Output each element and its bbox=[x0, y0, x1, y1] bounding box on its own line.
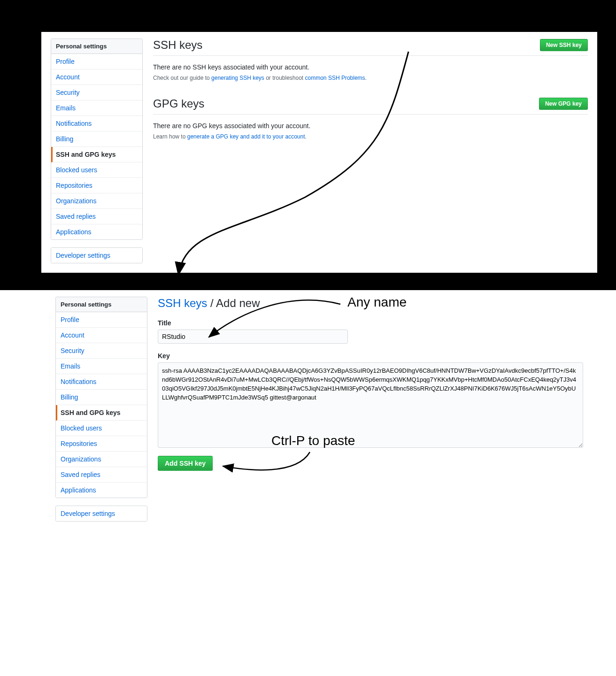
sidebar-item-repositories-b[interactable]: Repositories bbox=[56, 436, 147, 452]
new-ssh-key-button[interactable]: New SSH key bbox=[540, 39, 588, 51]
menu-header-bottom: Personal settings bbox=[56, 297, 147, 312]
sidebar-item-billing-b[interactable]: Billing bbox=[56, 390, 147, 405]
sidebar-item-ssh-gpg-keys-b[interactable]: SSH and GPG keys bbox=[56, 405, 147, 421]
sidebar-item-emails-b[interactable]: Emails bbox=[56, 359, 147, 374]
key-textarea[interactable] bbox=[158, 362, 583, 448]
sidebar-item-repositories[interactable]: Repositories bbox=[51, 178, 142, 193]
ssh-keys-heading: SSH keys bbox=[153, 38, 202, 52]
breadcrumb-ssh-keys-link[interactable]: SSH keys bbox=[158, 297, 207, 309]
ssh-help-text: Check out our guide to generating SSH ke… bbox=[153, 75, 588, 81]
developer-menu: Developer settings bbox=[51, 247, 143, 263]
sidebar-item-ssh-gpg-keys[interactable]: SSH and GPG keys bbox=[51, 147, 142, 162]
sidebar: Personal settings Profile Account Securi… bbox=[51, 38, 143, 263]
sidebar-item-emails[interactable]: Emails bbox=[51, 100, 142, 116]
sidebar-item-profile-b[interactable]: Profile bbox=[56, 312, 147, 328]
sidebar-bottom: Personal settings Profile Account Securi… bbox=[55, 297, 147, 522]
breadcrumb: SSH keys / Add new bbox=[158, 297, 583, 310]
add-ssh-key-button[interactable]: Add SSH key bbox=[158, 456, 213, 471]
gpg-help-text: Learn how to generate a GPG key and add … bbox=[153, 133, 588, 140]
sidebar-item-notifications-b[interactable]: Notifications bbox=[56, 374, 147, 390]
sidebar-item-developer-settings-b[interactable]: Developer settings bbox=[56, 506, 147, 521]
sidebar-item-applications[interactable]: Applications bbox=[51, 224, 142, 239]
title-input[interactable] bbox=[158, 330, 348, 344]
new-gpg-key-button[interactable]: New GPG key bbox=[539, 98, 588, 110]
sidebar-item-organizations-b[interactable]: Organizations bbox=[56, 452, 147, 467]
generate-gpg-key-link[interactable]: generate a GPG key and add it to your ac… bbox=[187, 133, 305, 140]
sidebar-item-saved-replies-b[interactable]: Saved replies bbox=[56, 467, 147, 483]
sidebar-item-notifications[interactable]: Notifications bbox=[51, 116, 142, 131]
sidebar-item-profile[interactable]: Profile bbox=[51, 54, 142, 69]
key-label: Key bbox=[158, 352, 583, 360]
sidebar-item-organizations[interactable]: Organizations bbox=[51, 193, 142, 209]
main-content-bottom: SSH keys / Add new Title Key Add SSH key bbox=[158, 297, 583, 522]
breadcrumb-current: Add new bbox=[216, 297, 260, 309]
settings-menu: Personal settings Profile Account Securi… bbox=[51, 38, 143, 240]
sidebar-item-applications-b[interactable]: Applications bbox=[56, 483, 147, 498]
common-ssh-problems-link[interactable]: common SSH Problems bbox=[305, 75, 365, 81]
developer-menu-bottom: Developer settings bbox=[55, 506, 147, 522]
main-content-top: SSH keys New SSH key There are no SSH ke… bbox=[153, 38, 588, 263]
sidebar-item-security-b[interactable]: Security bbox=[56, 343, 147, 359]
sidebar-item-blocked-users-b[interactable]: Blocked users bbox=[56, 421, 147, 436]
ssh-empty-text: There are no SSH keys associated with yo… bbox=[153, 63, 588, 71]
sidebar-item-billing[interactable]: Billing bbox=[51, 131, 142, 147]
sidebar-item-blocked-users[interactable]: Blocked users bbox=[51, 162, 142, 178]
sidebar-item-account[interactable]: Account bbox=[51, 69, 142, 85]
generating-ssh-keys-link[interactable]: generating SSH keys bbox=[211, 75, 264, 81]
sidebar-item-account-b[interactable]: Account bbox=[56, 328, 147, 343]
title-label: Title bbox=[158, 319, 583, 327]
gpg-empty-text: There are no GPG keys associated with yo… bbox=[153, 122, 588, 130]
settings-menu-bottom: Personal settings Profile Account Securi… bbox=[55, 297, 147, 498]
menu-header: Personal settings bbox=[51, 39, 142, 54]
gpg-keys-heading: GPG keys bbox=[153, 97, 204, 110]
sidebar-item-security[interactable]: Security bbox=[51, 85, 142, 100]
sidebar-item-saved-replies[interactable]: Saved replies bbox=[51, 209, 142, 224]
sidebar-item-developer-settings[interactable]: Developer settings bbox=[51, 248, 142, 263]
